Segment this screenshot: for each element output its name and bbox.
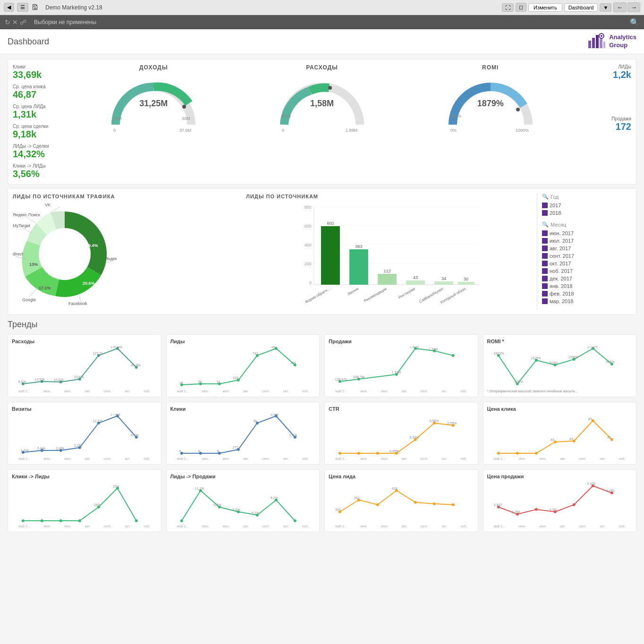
month-aug-2017[interactable]: авг. 2017: [542, 245, 631, 252]
nav-arrows: ← →: [613, 2, 640, 12]
refresh-icon[interactable]: ↻: [5, 18, 10, 26]
checkbox-jul-2017[interactable]: [542, 238, 548, 244]
kliki-area: 0 0 0 277 3k 3,99k 1,03k: [170, 414, 316, 456]
checkbox-aug-2017[interactable]: [542, 246, 548, 251]
svg-text:23,62k: 23,62k: [74, 375, 85, 379]
lidy-area: 18 30 31 103 747 987 284: [170, 346, 316, 389]
page-title: Dashboard: [8, 37, 587, 47]
svg-text:12,53k: 12,53k: [35, 378, 45, 381]
svg-point-196: [414, 501, 417, 504]
checkbox-jun-2017[interactable]: [542, 230, 548, 236]
clear-icon[interactable]: ✕: [12, 18, 18, 26]
svg-text:1,03k: 1,03k: [289, 433, 297, 437]
menu-btn[interactable]: ☰: [17, 3, 28, 12]
month-jun-2017[interactable]: июн. 2017: [542, 229, 631, 237]
price-lead-svg: 323 362 418: [329, 481, 474, 524]
main-content: Клики 33,69k Ср. цена клика 46,87 Ср. це…: [0, 54, 644, 537]
month-dec-2017[interactable]: дек. 2017: [542, 275, 631, 282]
search-month-icon: 🔍: [542, 221, 549, 228]
svg-text:34: 34: [441, 276, 446, 281]
checkbox-feb-2018[interactable]: [542, 291, 548, 297]
edit-button[interactable]: Изменить: [528, 3, 562, 12]
svg-text:0: 0: [179, 449, 181, 453]
toolbar-right: ⛶ ◻ Изменить Dashboard ▼ ← →: [502, 2, 640, 12]
svg-text:2773%: 2773%: [587, 346, 597, 348]
svg-text:0%: 0%: [450, 128, 457, 133]
svg-text:46,28k: 46,28k: [131, 364, 141, 367]
trend-ctr: CTR 0,39% 0,56% 0,55% 0,45%: [324, 402, 478, 465]
month-nov-2017[interactable]: ноб. 2017: [542, 267, 631, 275]
checkbox-sep-2017[interactable]: [542, 253, 548, 259]
layout-btn[interactable]: ◻: [516, 3, 526, 12]
month-oct-2017[interactable]: окт. 2017: [542, 260, 631, 267]
lidy-svg: 18 30 31 103 747 987 284: [170, 346, 316, 389]
svg-text:MyTarget: MyTarget: [13, 223, 31, 228]
svg-text:12,72k: 12,72k: [93, 419, 103, 423]
trend-price-lead: Цена лида 323 362 418: [324, 469, 478, 532]
svg-text:323: 323: [335, 508, 341, 511]
svg-point-171: [22, 519, 25, 522]
month-mar-2018[interactable]: мар. 2018: [542, 297, 631, 305]
svg-text:500%: 500%: [450, 114, 461, 119]
svg-rect-4: [603, 42, 605, 48]
checkbox-nov-2017[interactable]: [542, 268, 548, 274]
svg-point-164: [572, 440, 575, 442]
svg-rect-0: [588, 41, 591, 48]
checkbox-dec-2017[interactable]: [542, 276, 548, 281]
svg-text:128,47k: 128,47k: [335, 378, 347, 381]
filter-panel: 🔍 Год 2017 2018 🔍 Месяц: [537, 194, 631, 310]
svg-text:43: 43: [550, 438, 554, 441]
month-sep-2017[interactable]: сент. 2017: [542, 252, 631, 260]
checkbox-mar-2018[interactable]: [542, 298, 548, 304]
svg-text:800k: 800k: [282, 114, 291, 119]
income-value: 31,25M: [139, 99, 168, 109]
svg-text:3 937: 3 937: [493, 503, 502, 507]
month-feb-2018[interactable]: фев. 2018: [542, 290, 631, 297]
svg-point-163: [553, 441, 556, 443]
svg-text:363: 363: [356, 244, 363, 249]
year-2018[interactable]: 2018: [542, 209, 631, 217]
month-jan-2018[interactable]: янв. 2018: [542, 282, 631, 290]
svg-text:0,56%: 0,56%: [430, 419, 439, 423]
dashboard-button[interactable]: Dashboard: [564, 3, 598, 12]
svg-point-204: [534, 508, 537, 511]
kpi-cpl: Ср. цена ЛИДа 1,31k: [13, 104, 65, 120]
kpi-clicks-leads: Клики -> ЛИДы 3,56%: [13, 163, 65, 179]
svg-point-161: [516, 452, 518, 455]
trend-clicks-leads: Клики -> Лиды 26% 37%: [8, 469, 161, 532]
monitor-btn[interactable]: ⛶: [502, 3, 514, 12]
search-icon[interactable]: 🔍: [630, 18, 639, 27]
svg-rect-54: [378, 274, 397, 285]
svg-text:6,52k: 6,52k: [18, 380, 27, 383]
checkbox-2018[interactable]: [542, 210, 548, 216]
bookmark-icon[interactable]: ☍: [20, 18, 26, 26]
prodazhi-area: 128,47k 248,78k 1,33М 1,91М 1,79М: [329, 346, 474, 389]
svg-text:600: 600: [305, 224, 312, 229]
svg-text:1,33М: 1,33М: [392, 371, 401, 374]
checkbox-oct-2017[interactable]: [542, 261, 548, 266]
options-btn[interactable]: ▼: [600, 3, 611, 12]
donut-section: ЛИДЫ ПО ИСТОЧНИКАМ ТРАФИКА: [13, 194, 242, 310]
clicks-leads-svg: 26% 37%: [12, 481, 157, 524]
trend-romi: ROMI * 1872% -100% 1315% 919: [483, 334, 637, 397]
svg-rect-50: [321, 226, 340, 285]
checkbox-jan-2018[interactable]: [542, 283, 548, 289]
svg-text:Яндекс Директ: Яндекс Директ: [105, 256, 117, 261]
svg-line-29: [22, 228, 32, 233]
month-jul-2017[interactable]: июл. 2017: [542, 237, 631, 245]
svg-text:1000%: 1000%: [516, 128, 529, 133]
svg-text:248,78k: 248,78k: [353, 375, 365, 379]
svg-text:20.6%: 20.6%: [83, 281, 95, 286]
trend-kliki: Клики 0 0 0 277: [166, 402, 320, 465]
svg-text:0: 0: [309, 280, 312, 285]
svg-text:400: 400: [305, 243, 312, 247]
next-btn[interactable]: →: [627, 2, 640, 12]
svg-point-174: [78, 519, 81, 522]
year-2017[interactable]: 2017: [542, 202, 631, 209]
filter-bar: ↻ ✕ ☍ Выборки не применены 🔍: [0, 15, 644, 29]
svg-text:5 009: 5 009: [587, 482, 595, 485]
svg-text:0,45%: 0,45%: [390, 449, 399, 453]
prev-btn[interactable]: ←: [613, 2, 626, 12]
back-btn[interactable]: ◀: [4, 3, 14, 12]
checkbox-2017[interactable]: [542, 203, 548, 208]
